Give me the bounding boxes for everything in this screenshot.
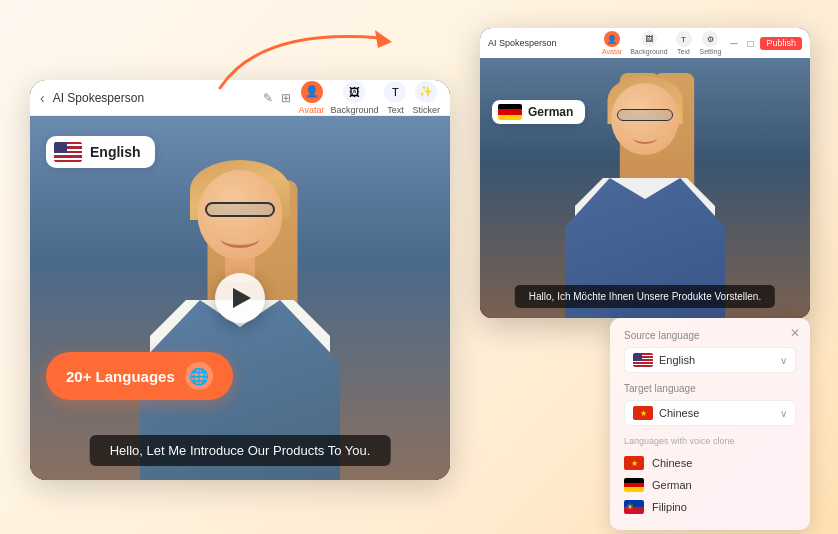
languages-text: 20+ Languages xyxy=(66,368,175,385)
right-subtitle: Hallo, Ich Möchte Ihnen Unsere Produkte … xyxy=(515,285,775,308)
right-tab-avatar[interactable]: 👤 Avatar xyxy=(602,31,622,55)
target-language-dropdown[interactable]: ★ Chinese ∨ xyxy=(624,400,796,426)
left-video-area: English 20+ Languages 🌐 Hello, Let Me In… xyxy=(30,116,450,480)
minimize-button[interactable]: ─ xyxy=(727,37,740,50)
list-item-filipino[interactable]: ☀ Filipino xyxy=(624,496,796,518)
source-language-label: Source language xyxy=(624,330,796,341)
list-item-chinese[interactable]: ★ Chinese xyxy=(624,452,796,474)
right-video-card: AI Spokesperson 👤 Avatar 🖼 Background T … xyxy=(480,28,810,318)
source-language-dropdown[interactable]: English ∨ xyxy=(624,347,796,373)
right-toolbar-title: AI Spokesperson xyxy=(488,38,596,48)
globe-icon: 🌐 xyxy=(185,362,213,390)
play-triangle-icon xyxy=(233,288,251,308)
target-dropdown-arrow-icon: ∨ xyxy=(780,408,787,419)
target-language-label: Target language xyxy=(624,383,796,394)
source-flag-us xyxy=(633,353,653,367)
language-panel: ✕ Source language English ∨ Target langu… xyxy=(610,318,810,530)
transition-arrow xyxy=(200,18,450,98)
left-video-card: ‹ AI Spokesperson ✎ ⊞ 👤 Avatar 🖼 Backgro… xyxy=(30,80,450,480)
source-dropdown-arrow-icon: ∨ xyxy=(780,355,787,366)
play-button[interactable] xyxy=(215,273,265,323)
languages-badge[interactable]: 20+ Languages 🌐 xyxy=(46,352,233,400)
german-name: German xyxy=(652,479,692,491)
german-label: German xyxy=(528,105,573,119)
right-tab-background[interactable]: 🖼 Background xyxy=(630,31,667,55)
target-flag-cn: ★ xyxy=(633,406,653,420)
publish-button[interactable]: Publish xyxy=(760,37,802,50)
ph-flag: ☀ xyxy=(624,500,644,514)
source-language-value: English xyxy=(659,354,774,366)
de-flag xyxy=(498,104,522,120)
filipino-name: Filipino xyxy=(652,501,687,513)
maximize-button[interactable]: □ xyxy=(744,37,756,50)
german-badge: German xyxy=(492,100,585,124)
right-toolbar-buttons: ─ □ Publish xyxy=(727,37,802,50)
left-subtitle: Hello, Let Me Introduce Our Products To … xyxy=(90,435,391,466)
right-video-area: German Hallo, Ich Möchte Ihnen Unsere Pr… xyxy=(480,58,810,318)
us-flag xyxy=(54,142,82,162)
svg-marker-0 xyxy=(375,30,392,48)
list-item-german[interactable]: German xyxy=(624,474,796,496)
right-tab-setting[interactable]: ⚙ Setting xyxy=(700,31,722,55)
cn-flag: ★ xyxy=(624,456,644,470)
right-tab-text[interactable]: T Text xyxy=(676,31,692,55)
english-badge: English xyxy=(46,136,155,168)
chinese-name: Chinese xyxy=(652,457,692,469)
back-button[interactable]: ‹ xyxy=(40,90,45,106)
lang-panel-close-button[interactable]: ✕ xyxy=(790,326,800,340)
right-toolbar-tabs: 👤 Avatar 🖼 Background T Text ⚙ Setting xyxy=(602,31,721,55)
de-flag-sm xyxy=(624,478,644,492)
target-language-value: Chinese xyxy=(659,407,774,419)
voice-clone-label: Languages with voice clone xyxy=(624,436,796,446)
right-toolbar: AI Spokesperson 👤 Avatar 🖼 Background T … xyxy=(480,28,810,58)
person-right xyxy=(535,58,755,318)
english-label: English xyxy=(90,144,141,160)
